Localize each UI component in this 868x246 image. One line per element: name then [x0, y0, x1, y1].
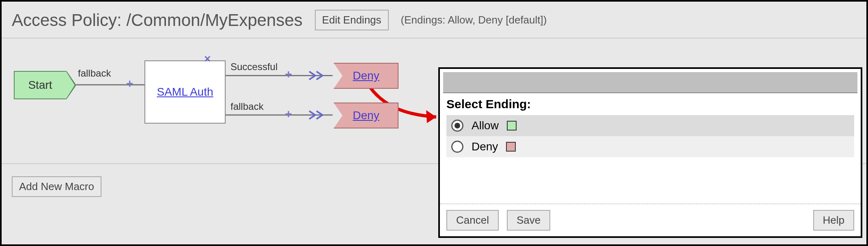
delete-node-icon[interactable]: ✕	[204, 54, 211, 64]
header-bar: Access Policy: /Common/MyExpenses Edit E…	[2, 2, 866, 39]
endings-summary: (Endings: Allow, Deny [default])	[401, 14, 547, 26]
svg-text:+: +	[285, 107, 292, 120]
ending-link-top[interactable]: Deny	[353, 69, 379, 82]
save-button[interactable]: Save	[507, 210, 550, 231]
option-label-deny: Deny	[472, 140, 498, 153]
dialog-footer: Cancel Save Help	[440, 203, 861, 236]
ending-node-bottom[interactable]: Deny	[334, 103, 398, 128]
svg-marker-6	[426, 110, 436, 123]
ending-link-bottom[interactable]: Deny	[353, 109, 379, 122]
ending-option-allow[interactable]: Allow	[446, 115, 854, 136]
dialog-body: Select Ending: Allow Deny	[440, 93, 861, 203]
page-title: Access Policy: /Common/MyExpenses	[12, 11, 303, 30]
spacer	[558, 210, 805, 231]
svg-text:+: +	[126, 77, 133, 90]
ending-node-top[interactable]: Deny	[334, 63, 398, 89]
saml-auth-node[interactable]: SAML Auth	[144, 60, 226, 124]
swatch-allow	[507, 121, 517, 130]
start-label: Start	[28, 79, 52, 92]
branch-label-successful: Successful	[230, 61, 278, 73]
start-node[interactable]: Start	[14, 71, 67, 99]
edit-endings-button[interactable]: Edit Endings	[315, 10, 389, 30]
dialog-titlebar[interactable]	[443, 72, 857, 93]
radio-allow[interactable]	[451, 120, 463, 132]
add-new-macro-button[interactable]: Add New Macro	[12, 176, 101, 197]
help-button[interactable]: Help	[813, 210, 854, 231]
dialog-heading: Select Ending:	[446, 97, 854, 111]
radio-deny[interactable]	[451, 141, 463, 153]
ending-option-deny[interactable]: Deny	[446, 136, 854, 157]
select-ending-dialog: Select Ending: Allow Deny Cancel Save He…	[438, 67, 862, 238]
swatch-deny	[506, 142, 516, 152]
branch-label-fallback-1: fallback	[77, 68, 112, 79]
cancel-button[interactable]: Cancel	[446, 210, 499, 231]
option-label-allow: Allow	[472, 119, 499, 132]
saml-auth-link[interactable]: SAML Auth	[157, 86, 213, 98]
svg-text:+: +	[285, 67, 292, 81]
branch-label-fallback-2: fallback	[230, 101, 264, 112]
